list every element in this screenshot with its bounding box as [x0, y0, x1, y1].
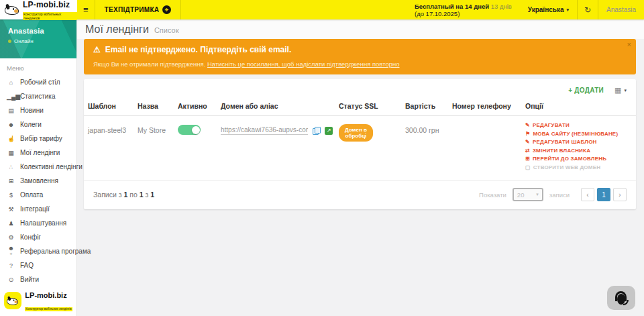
columns-dropdown[interactable]: ▦ ▾ — [614, 86, 627, 95]
alert-title-text: Email не підтверджено. Підтвердіть свій … — [105, 45, 292, 54]
language-label: Українська — [528, 6, 564, 13]
records-label: записи — [549, 191, 570, 199]
chart-bar-icon: ▁▄▆ — [7, 93, 15, 100]
email-alert: ⚠ Email не підтверджено. Підтвердіть сві… — [84, 39, 636, 74]
sidebar-item-payment[interactable]: $Оплата — [0, 188, 76, 202]
dollar-icon: $ — [7, 192, 15, 199]
page-subtitle: Список — [154, 24, 179, 34]
page-1-button[interactable]: 1 — [597, 188, 610, 201]
app-logo[interactable]: LP-mobi.biz Конструктор мобильных лендин… — [0, 0, 77, 19]
plus-icon: + — [568, 87, 572, 94]
option-edit[interactable]: ✎РЕДАГУВАТИ — [525, 122, 633, 128]
question-icon: ? — [7, 262, 15, 269]
user-menu[interactable]: Anastasia — [598, 0, 644, 19]
hamburger-icon[interactable]: ≡ — [77, 0, 95, 19]
user-panel: Anastasia Онлайн — [0, 19, 76, 58]
sidebar-item-logout[interactable]: ⊙Вийти — [0, 272, 76, 286]
sidebar-footer-logo[interactable]: LP-mobi.biz Конструктор мобільних лендін… — [0, 288, 76, 313]
sidebar: Anastasia Онлайн Меню ⌂Робочий стіл ▁▄▆С… — [0, 19, 77, 316]
domain-input[interactable] — [221, 126, 308, 135]
ssl-status-badge: Домен вобробці — [339, 124, 373, 142]
page-icon: ▢ — [525, 164, 531, 170]
sidebar-menu: ⌂Робочий стіл ▁▄▆Статистика ▤Новини ☻Кол… — [0, 75, 76, 286]
support-label: ТЕХПІДТРИМКА — [105, 6, 160, 13]
next-page-button[interactable]: › — [613, 188, 627, 201]
sidebar-item-my-landings[interactable]: ▦Мої лендінги — [0, 146, 76, 160]
dog-logo-icon — [4, 292, 21, 309]
trial-until: (до 17.10.2025) — [415, 10, 512, 17]
user-plus-icon: ☻⁺ — [7, 245, 15, 258]
support-chat-widget[interactable] — [607, 286, 635, 310]
page-size-select[interactable]: 20 ▾ — [513, 188, 543, 201]
prev-page-button[interactable]: ‹ — [581, 188, 594, 201]
chevron-down-icon: ▾ — [624, 88, 627, 93]
warning-icon: ⚠ — [93, 45, 101, 54]
telegram-icon: ✈ — [162, 5, 171, 14]
alert-body-text: Якщо Ви не отримали підтвердження. — [93, 60, 205, 68]
cell-name: My Store — [135, 116, 175, 181]
option-edit-template[interactable]: ✎РЕДАГУВАТИ ШАБЛОН — [525, 139, 633, 145]
tools-icon: ⚒ — [7, 206, 15, 213]
table-row: japan-steel3 My Store ↗ Домен вобробці — [84, 116, 636, 181]
online-status-label: Онлайн — [14, 38, 34, 44]
copy-icon[interactable] — [313, 127, 320, 135]
table-footer: Записи з 1 по 1 з 1 Показати 20 ▾ записи… — [84, 181, 636, 209]
show-label: Показати — [479, 191, 506, 199]
trial-days-left: 13 днів — [491, 3, 512, 10]
option-site-language[interactable]: ⚑МОВА САЙТУ (НЕЗМІНЮВАНЕ) — [525, 131, 633, 137]
user-icon: ♟ — [7, 220, 15, 227]
power-icon: ⊙ — [7, 276, 15, 283]
col-ssl[interactable]: Статус SSL — [336, 96, 402, 116]
option-change-owner[interactable]: ⇄ЗМІНИТИ ВЛАСНИКА — [525, 148, 633, 154]
main-content: Мої лендінги Список ⚠ Email не підтвердж… — [77, 19, 644, 316]
refresh-icon[interactable]: ↻ — [578, 0, 598, 19]
logo-title: LP-mobi.biz — [23, 0, 70, 9]
resend-confirmation-link[interactable]: Натисніть це посилання, щоб надіслати пі… — [207, 60, 400, 68]
sidebar-item-colleagues[interactable]: ☻Колеги — [0, 117, 76, 131]
desktop-icon: ⌂ — [7, 79, 15, 86]
col-active[interactable]: Активно — [175, 96, 218, 116]
col-domain[interactable]: Домен або аліас — [218, 96, 336, 116]
add-landing-button[interactable]: + ДОДАТИ — [568, 87, 604, 94]
cell-price: 300.00 грн — [402, 116, 449, 181]
footer-logo-subtitle: Конструктор мобільних лендінгів — [25, 307, 72, 311]
dog-logo-icon — [5, 4, 19, 15]
sidebar-item-referral[interactable]: ☻⁺Реферальна програма — [0, 244, 76, 258]
sidebar-item-settings[interactable]: ♟Налаштування — [0, 216, 76, 230]
gears-icon: ⚙ — [7, 234, 15, 241]
chevron-down-icon: ▾ — [567, 7, 570, 13]
support-button[interactable]: ТЕХПІДТРИМКА ✈ — [95, 0, 181, 19]
sidebar-item-tariff[interactable]: ☝Вибір тарифу — [0, 131, 76, 146]
external-link-icon[interactable]: ↗ — [325, 127, 333, 135]
records-info: Записи з 1 по 1 з 1 — [93, 191, 154, 199]
cart-icon: ⊞ — [525, 156, 530, 162]
language-dropdown[interactable]: Українська ▾ — [520, 0, 577, 19]
close-icon[interactable]: × — [627, 41, 631, 48]
option-go-to-orders[interactable]: ⊞ПЕРЕЙТИ ДО ЗАМОВЛЕНЬ — [525, 156, 633, 162]
trial-info: Бесплатный на 14 дней 13 днів (до 17.10.… — [415, 0, 520, 19]
col-price[interactable]: Вартість — [402, 96, 449, 116]
option-create-web-domain: ▢СТВОРИТИ WEB ДОМЕН — [525, 164, 633, 170]
colleagues-icon: ☻ — [7, 121, 15, 128]
col-options[interactable]: Опції — [523, 96, 636, 116]
top-bar: LP-mobi.biz Конструктор мобильных лендин… — [0, 0, 644, 19]
sidebar-item-collective-landings[interactable]: ∴Колективні лендінги — [0, 160, 76, 174]
sidebar-item-desktop[interactable]: ⌂Робочий стіл — [0, 75, 76, 89]
share-icon: ∴ — [7, 164, 15, 170]
sidebar-item-statistics[interactable]: ▁▄▆Статистика — [0, 89, 76, 103]
chevron-down-icon: ▾ — [536, 192, 539, 197]
edit-icon: ✎ — [525, 139, 530, 145]
active-toggle[interactable] — [178, 125, 201, 135]
col-name[interactable]: Назва — [135, 96, 175, 116]
sidebar-user-name: Anastasia — [8, 27, 68, 35]
sidebar-item-faq[interactable]: ?FAQ — [0, 258, 76, 272]
sidebar-item-news[interactable]: ▤Новини — [0, 103, 76, 117]
exchange-icon: ⇄ — [525, 148, 530, 154]
col-template[interactable]: Шаблон — [84, 96, 135, 116]
col-phone[interactable]: Номер телефону — [449, 96, 523, 116]
sidebar-item-integrations[interactable]: ⚒Інтеграції — [0, 202, 76, 216]
sidebar-item-orders[interactable]: ⊞Замовлення — [0, 174, 76, 188]
online-status-dot — [8, 40, 11, 43]
sidebar-item-config[interactable]: ⚙Конфіг — [0, 230, 76, 244]
footer-logo-title: LP-mobi.biz — [25, 291, 66, 299]
